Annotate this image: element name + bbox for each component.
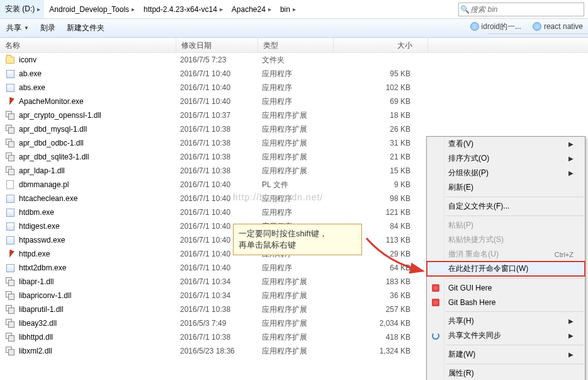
file-row[interactable]: ApacheMonitor.exe2016/7/1 10:40应用程序69 KB: [0, 95, 588, 108]
file-type: 应用程序: [262, 193, 337, 204]
burn-button[interactable]: 刻录: [40, 23, 55, 33]
menu-properties[interactable]: 属性(R): [427, 366, 585, 380]
file-row[interactable]: apr_crypto_openssl-1.dll2016/7/1 10:37应用…: [0, 108, 588, 122]
side-tabs: idroid的一... react native: [465, 19, 588, 34]
file-name: apr_dbd_mysql-1.dll: [19, 125, 180, 134]
file-type: 应用程序扩展: [262, 138, 337, 149]
file-type: 应用程序: [262, 96, 337, 107]
file-row[interactable]: abs.exe2016/7/1 10:40应用程序102 KB: [0, 81, 588, 95]
file-type: 应用程序扩展: [262, 304, 337, 315]
file-size: 1,324 KB: [337, 347, 426, 355]
new-folder-button[interactable]: 新建文件夹: [67, 23, 105, 33]
file-name: htdbm.exe: [19, 208, 180, 217]
file-size: 121 KB: [337, 208, 426, 217]
col-type[interactable]: 类型: [258, 38, 334, 52]
exe-icon: [5, 263, 15, 273]
file-size: 102 KB: [337, 83, 426, 92]
col-size[interactable]: 大小: [334, 38, 428, 52]
file-size: 98 KB: [337, 194, 426, 203]
dll-icon: [5, 332, 15, 342]
column-header[interactable]: 名称 修改日期 类型 大小: [0, 38, 588, 53]
pl-icon: [5, 180, 15, 190]
menu-customize-folder[interactable]: 自定义文件夹(F)...: [427, 199, 585, 214]
file-date: 2016/7/1 10:40: [180, 69, 262, 78]
file-name: ab.exe: [19, 69, 180, 78]
breadcrumb[interactable]: 安装 (D:)▸Android_Develop_Tools▸httpd-2.4.…: [0, 0, 300, 18]
file-size: 95 KB: [337, 69, 426, 78]
file-type: 应用程序: [262, 69, 337, 79]
file-date: 2016/7/1 10:40: [180, 180, 262, 189]
file-row[interactable]: iconv2016/7/5 7:23文件夹: [0, 53, 588, 67]
menu-open-command-window-here[interactable]: 在此处打开命令窗口(W): [427, 262, 585, 276]
tab-android[interactable]: idroid的一...: [470, 21, 521, 32]
file-date: 2016/7/1 10:40: [180, 97, 262, 106]
exe-icon: [5, 69, 15, 79]
file-size: 64 KB: [337, 263, 426, 272]
file-type: 应用程序: [262, 263, 337, 273]
exe-icon: [5, 193, 15, 204]
menu-undo-rename: 撤消 重命名(U)Ctrl+Z: [427, 247, 585, 262]
search-box[interactable]: 🔍: [458, 3, 584, 16]
dll-icon: [5, 152, 15, 162]
file-date: 2016/7/5 7:23: [180, 55, 262, 64]
file-name: htdigest.exe: [19, 222, 180, 231]
globe-icon: [470, 22, 479, 31]
file-type: 文件夹: [262, 55, 337, 66]
file-size: 183 KB: [337, 277, 426, 286]
file-type: 应用程序扩展: [262, 318, 337, 329]
file-type: 应用程序扩展: [262, 166, 337, 176]
git-icon: [431, 297, 441, 308]
menu-share[interactable]: 共享(H)▶: [427, 314, 585, 328]
crumb[interactable]: Apache24▸: [227, 0, 275, 18]
tab-react-native[interactable]: react native: [533, 22, 583, 31]
file-name: libapr-1.dll: [19, 277, 180, 286]
file-row[interactable]: ab.exe2016/7/1 10:40应用程序95 KB: [0, 67, 588, 81]
share-button[interactable]: 共享▼: [6, 23, 29, 33]
exe-icon: [5, 221, 15, 231]
col-date[interactable]: 修改日期: [176, 38, 258, 52]
file-name: ApacheMonitor.exe: [19, 97, 180, 106]
file-date: 2016/7/1 10:40: [180, 194, 262, 203]
crumb[interactable]: httpd-2.4.23-x64-vc14▸: [139, 0, 227, 18]
menu-group[interactable]: 分组依据(P)▶: [427, 166, 585, 180]
file-size: 36 KB: [337, 291, 426, 300]
file-date: 2016/7/1 10:34: [180, 291, 262, 300]
menu-view[interactable]: 查看(V)▶: [427, 137, 585, 151]
file-date: 2016/7/1 10:38: [180, 166, 262, 175]
dll-icon: [5, 124, 15, 134]
file-date: 2016/7/1 10:38: [180, 125, 262, 134]
file-date: 2016/7/1 10:40: [180, 83, 262, 92]
menu-new[interactable]: 新建(W)▶: [427, 347, 585, 362]
file-size: 21 KB: [337, 153, 426, 161]
crumb[interactable]: Android_Develop_Tools▸: [44, 0, 139, 18]
exered-icon: [5, 249, 15, 259]
menu-refresh[interactable]: 刷新(E): [427, 180, 585, 195]
menu-git-bash[interactable]: Git Bash Here: [427, 295, 585, 309]
file-type: 应用程序扩展: [262, 346, 337, 357]
file-name: dbmmanage.pl: [19, 180, 180, 189]
col-name[interactable]: 名称: [0, 38, 176, 52]
file-date: 2016/7/1 10:40: [180, 263, 262, 272]
menu-sort[interactable]: 排序方式(O)▶: [427, 151, 585, 166]
file-type: 应用程序扩展: [262, 110, 337, 121]
file-date: 2016/7/1 10:38: [180, 333, 262, 342]
file-size: 18 KB: [337, 111, 426, 120]
crumb[interactable]: 安装 (D:)▸: [0, 0, 44, 18]
menu-git-gui[interactable]: Git GUI Here: [427, 280, 585, 295]
file-type: 应用程序扩展: [262, 291, 337, 301]
file-name: libaprutil-1.dll: [19, 305, 180, 314]
menu-paste: 粘贴(P): [427, 218, 585, 233]
search-input[interactable]: [470, 5, 584, 14]
file-name: apr_dbd_odbc-1.dll: [19, 139, 180, 147]
search-icon: 🔍: [459, 5, 470, 14]
file-date: 2016/7/1 10:38: [180, 139, 262, 147]
git-icon: [431, 283, 441, 293]
file-size: 2,034 KB: [337, 319, 426, 328]
file-type: 应用程序: [262, 207, 337, 218]
crumb[interactable]: bin▸: [275, 0, 300, 18]
file-size: 31 KB: [337, 139, 426, 147]
menu-paste-shortcut: 粘贴快捷方式(S): [427, 233, 585, 247]
menu-folder-sync[interactable]: 共享文件夹同步▶: [427, 328, 585, 343]
file-name: apr_crypto_openssl-1.dll: [19, 111, 180, 120]
file-row[interactable]: apr_dbd_mysql-1.dll2016/7/1 10:38应用程序扩展2…: [0, 122, 588, 136]
